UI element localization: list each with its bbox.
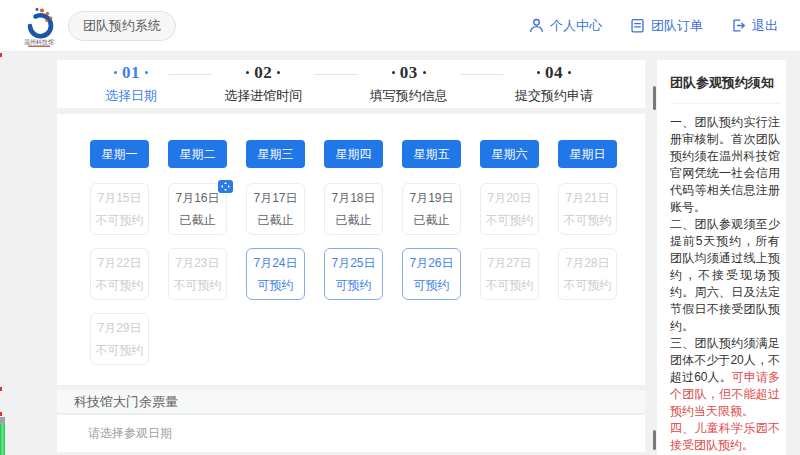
calendar-cell-7月26日[interactable]: 7月26日可预约 bbox=[402, 248, 461, 300]
nav-team-orders[interactable]: 团队订单 bbox=[630, 17, 703, 35]
cursor-badge-icon bbox=[218, 180, 233, 193]
notice-title: 团队参观预约须知 bbox=[670, 74, 780, 104]
edge-mark bbox=[0, 53, 2, 57]
calendar-cell-7月29日: 7月29日不可预约 bbox=[90, 313, 149, 365]
step-number: 02 bbox=[241, 64, 285, 81]
weekday-button-星期二[interactable]: 星期二 bbox=[168, 140, 227, 168]
calendar-cell-7月16日: 7月16日已截止 bbox=[168, 183, 227, 235]
cell-status: 不可预约 bbox=[564, 277, 612, 294]
scrollbar-thumb[interactable] bbox=[653, 86, 656, 110]
indicator-body bbox=[0, 424, 5, 455]
cell-date: 7月25日 bbox=[331, 255, 375, 272]
edge-mark bbox=[0, 387, 2, 391]
indicator-cap bbox=[0, 417, 5, 424]
header-bar: 温州科技馆 团队预约系统 个人中心 团队订单 bbox=[0, 0, 800, 52]
calendar-cell-7月28日: 7月28日不可预约 bbox=[558, 248, 617, 300]
cell-date: 7月16日 bbox=[175, 190, 219, 207]
weekday-button-星期四[interactable]: 星期四 bbox=[324, 140, 383, 168]
notice-paragraph-2: 二、团队参观须至少提前5天预约，所有团队均须通过线上预约，不接受现场预约。周六、… bbox=[670, 216, 780, 335]
tickets-date-row: 请选择参观日期 bbox=[57, 415, 645, 452]
calendar-cell-7月18日: 7月18日已截止 bbox=[324, 183, 383, 235]
cell-date: 7月22日 bbox=[97, 255, 141, 272]
cell-date: 7月15日 bbox=[97, 190, 141, 207]
nav-label: 退出 bbox=[752, 17, 778, 35]
museum-logo: 温州科技馆 bbox=[22, 7, 56, 49]
nav-personal-center[interactable]: 个人中心 bbox=[529, 17, 602, 35]
step-04: 04提交预约申请 bbox=[515, 64, 593, 105]
scrollbar-thumb[interactable] bbox=[653, 430, 656, 450]
cell-date: 7月28日 bbox=[565, 255, 609, 272]
step-connector bbox=[314, 74, 357, 75]
cell-status: 不可预约 bbox=[564, 212, 612, 229]
calendar-grid: 7月15日不可预约7月16日已截止7月17日已截止7月18日已截止7月19日已截… bbox=[90, 183, 617, 365]
cell-date: 7月23日 bbox=[175, 255, 219, 272]
step-label: 提交预约申请 bbox=[515, 87, 593, 105]
header-nav: 个人中心 团队订单 退出 bbox=[529, 17, 778, 35]
cell-status: 不可预约 bbox=[174, 277, 222, 294]
step-number: 03 bbox=[387, 64, 431, 81]
cell-date: 7月17日 bbox=[253, 190, 297, 207]
notice-paragraph-1: 一、团队预约实行注册审核制。首次团队预约须在温州科技馆官网凭统一社会信用代码等相… bbox=[670, 114, 780, 216]
select-date-placeholder: 请选择参观日期 bbox=[88, 425, 172, 442]
step-03: 03填写预约信息 bbox=[370, 64, 448, 105]
step-label: 选择日期 bbox=[105, 87, 157, 105]
weekday-button-星期三[interactable]: 星期三 bbox=[246, 140, 305, 168]
weekday-button-星期六[interactable]: 星期六 bbox=[480, 140, 539, 168]
edge-mark bbox=[0, 412, 2, 416]
cell-status: 已截止 bbox=[180, 212, 216, 229]
cell-date: 7月27日 bbox=[487, 255, 531, 272]
calendar-cell-7月19日: 7月19日已截止 bbox=[402, 183, 461, 235]
cell-status: 已截止 bbox=[414, 212, 450, 229]
calendar-cell-7月25日[interactable]: 7月25日可预约 bbox=[324, 248, 383, 300]
green-indicator-bar bbox=[0, 417, 5, 455]
calendar-card: 星期一星期二星期三星期四星期五星期六星期日 7月15日不可预约7月16日已截止7… bbox=[57, 114, 645, 385]
cell-date: 7月19日 bbox=[409, 190, 453, 207]
weekday-button-星期五[interactable]: 星期五 bbox=[402, 140, 461, 168]
cell-status: 不可预约 bbox=[486, 277, 534, 294]
calendar-cell-7月23日: 7月23日不可预约 bbox=[168, 248, 227, 300]
notice-panel: 团队参观预约须知 一、团队预约实行注册审核制。首次团队预约须在温州科技馆官网凭统… bbox=[657, 60, 786, 455]
cell-status: 不可预约 bbox=[96, 342, 144, 359]
tickets-title: 科技馆大门余票量 bbox=[74, 393, 178, 411]
page: 温州科技馆 团队预约系统 个人中心 团队订单 bbox=[0, 0, 800, 455]
cell-date: 7月20日 bbox=[487, 190, 531, 207]
cell-date: 7月29日 bbox=[97, 320, 141, 337]
cell-status: 可预约 bbox=[258, 277, 294, 294]
step-label: 选择进馆时间 bbox=[224, 87, 302, 105]
logo-subtext: 温州科技馆 bbox=[24, 38, 54, 46]
cell-status: 不可预约 bbox=[486, 212, 534, 229]
notice-paragraph-4: 四、儿童科学乐园不接受团队预约。 bbox=[670, 420, 780, 454]
calendar-cell-7月21日: 7月21日不可预约 bbox=[558, 183, 617, 235]
weekday-button-星期一[interactable]: 星期一 bbox=[90, 140, 149, 168]
cell-date: 7月26日 bbox=[409, 255, 453, 272]
step-02: 02选择进馆时间 bbox=[224, 64, 302, 105]
orders-icon bbox=[630, 18, 645, 33]
calendar-cell-7月27日: 7月27日不可预约 bbox=[480, 248, 539, 300]
nav-label: 团队订单 bbox=[651, 17, 703, 35]
nav-label: 个人中心 bbox=[550, 17, 602, 35]
cell-status: 已截止 bbox=[258, 212, 294, 229]
notice-paragraph-3: 三、团队预约须满足团体不少于20人，不超过60人。可申请多个团队，但不能超过预约… bbox=[670, 335, 780, 420]
cell-date: 7月24日 bbox=[253, 255, 297, 272]
calendar-cell-7月15日: 7月15日不可预约 bbox=[90, 183, 149, 235]
app-title-badge: 团队预约系统 bbox=[68, 11, 176, 41]
steps-row: 01选择日期02选择进馆时间03填写预约信息04提交预约申请 bbox=[57, 60, 645, 108]
calendar-cell-7月24日[interactable]: 7月24日可预约 bbox=[246, 248, 305, 300]
calendar-cell-7月17日: 7月17日已截止 bbox=[246, 183, 305, 235]
step-01: 01选择日期 bbox=[105, 64, 157, 105]
calendar-cell-7月22日: 7月22日不可预约 bbox=[90, 248, 149, 300]
step-label: 填写预约信息 bbox=[370, 87, 448, 105]
step-number: 01 bbox=[109, 64, 153, 81]
nav-logout[interactable]: 退出 bbox=[731, 17, 778, 35]
cell-status: 可预约 bbox=[414, 277, 450, 294]
tickets-section-header: 科技馆大门余票量 bbox=[57, 390, 645, 414]
user-icon bbox=[529, 18, 544, 33]
cell-status: 可预约 bbox=[336, 277, 372, 294]
notice-body: 一、团队预约实行注册审核制。首次团队预约须在温州科技馆官网凭统一社会信用代码等相… bbox=[670, 114, 780, 455]
cell-status: 不可预约 bbox=[96, 277, 144, 294]
step-number: 04 bbox=[532, 64, 576, 81]
logout-icon bbox=[731, 18, 746, 33]
weekday-button-星期日[interactable]: 星期日 bbox=[558, 140, 617, 168]
cell-status: 已截止 bbox=[336, 212, 372, 229]
step-connector bbox=[169, 74, 212, 75]
